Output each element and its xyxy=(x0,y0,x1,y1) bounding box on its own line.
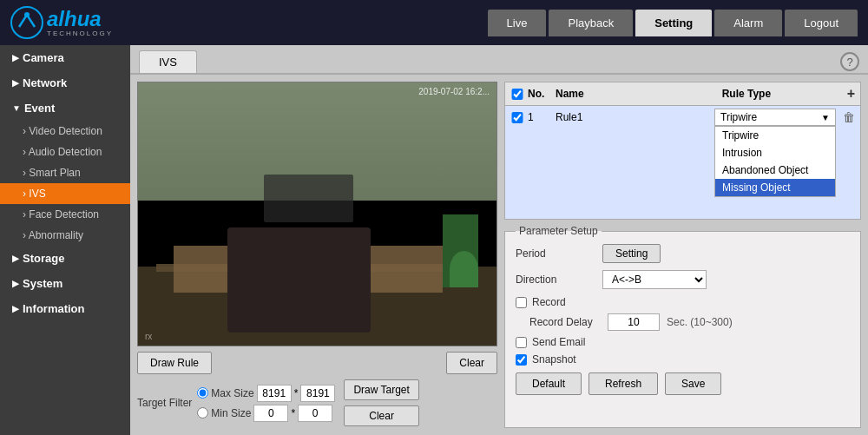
sidebar-item-camera[interactable]: ▶ Camera xyxy=(0,45,130,70)
sidebar-abnormality-label: › Abnormality xyxy=(23,229,83,241)
col-no-header: No. xyxy=(528,88,552,100)
max-size-radio[interactable] xyxy=(197,387,208,399)
parameter-setup: Parameter Setup Period Setting Direction… xyxy=(504,225,861,428)
col-type-header: Rule Type xyxy=(722,88,844,100)
send-email-label: Send Email xyxy=(532,336,585,348)
rule-row-checkbox[interactable] xyxy=(510,112,524,123)
refresh-button[interactable]: Refresh xyxy=(589,372,658,395)
direction-select[interactable]: A->B A<->B B->A xyxy=(602,270,707,289)
main-container: ▶ Camera ▶ Network ▼ Event › Video Detec… xyxy=(0,45,868,435)
direction-row: Direction A->B A<->B B->A xyxy=(516,270,850,289)
svg-point-0 xyxy=(11,7,43,38)
target-filter-row: Target Filter Max Size * Min Size xyxy=(137,378,497,428)
sidebar-item-ivs[interactable]: › IVS xyxy=(0,183,130,204)
parameter-setup-legend: Parameter Setup xyxy=(516,225,602,237)
logo-icon xyxy=(10,6,43,39)
tab-setting[interactable]: Setting xyxy=(635,10,712,36)
tab-playback[interactable]: Playback xyxy=(549,10,633,36)
sidebar-item-video-detection[interactable]: › Video Detection xyxy=(0,121,130,142)
record-delay-label: Record Delay xyxy=(529,316,601,328)
draw-target-button[interactable]: Draw Target xyxy=(344,379,418,400)
arrow-icon-storage: ▶ xyxy=(12,254,19,263)
right-panel: No. Name Rule Type + 1 Rule1 Tripwire xyxy=(504,82,861,428)
max-size-label: Max Size xyxy=(211,387,253,399)
help-icon[interactable]: ? xyxy=(840,52,859,71)
tab-alarm[interactable]: Alarm xyxy=(714,10,782,36)
min-size-row: Min Size * xyxy=(197,405,335,422)
add-rule-icon[interactable]: + xyxy=(847,86,855,102)
tab-ivs[interactable]: IVS xyxy=(139,50,197,73)
dropdown-arrow: ▼ xyxy=(821,113,830,122)
sidebar-system-label: System xyxy=(23,277,62,290)
snapshot-row: Snapshot xyxy=(516,353,850,366)
max-size-h-input[interactable] xyxy=(300,385,335,402)
content-tab-bar: IVS xyxy=(130,45,868,73)
dropdown-selected[interactable]: Tripwire ▼ xyxy=(714,109,836,126)
sidebar-item-face-detection[interactable]: › Face Detection xyxy=(0,204,130,225)
dropdown-menu: Tripwire Intrusion Abandoned Object Miss… xyxy=(714,126,836,197)
rules-table-header: No. Name Rule Type + xyxy=(505,82,860,106)
direction-label: Direction xyxy=(516,274,594,286)
content-area: IVS ? 2019-07-0 xyxy=(130,45,868,435)
min-size-w-input[interactable] xyxy=(253,405,288,422)
draw-rule-button[interactable]: Draw Rule xyxy=(137,352,212,374)
min-size-radio[interactable] xyxy=(197,407,208,419)
record-checkbox[interactable] xyxy=(516,297,527,308)
sidebar-item-audio-detection[interactable]: › Audio Detection xyxy=(0,142,130,162)
sidebar-item-abnormality[interactable]: › Abnormality xyxy=(0,225,130,246)
send-email-checkbox[interactable] xyxy=(516,337,527,348)
tab-logout[interactable]: Logout xyxy=(785,10,858,36)
multiply-icon-1: * xyxy=(294,387,299,399)
sidebar-item-storage[interactable]: ▶ Storage xyxy=(0,246,130,271)
record-delay-input[interactable] xyxy=(608,313,660,331)
snapshot-checkbox[interactable] xyxy=(516,354,527,366)
arrow-icon-event: ▼ xyxy=(12,103,21,113)
svg-point-1 xyxy=(24,12,30,17)
rule-type-dropdown[interactable]: Tripwire ▼ Tripwire Intrusion Abandoned … xyxy=(714,109,836,126)
video-btn-row1: Draw Rule Clear xyxy=(137,346,497,378)
dropdown-item-missing[interactable]: Missing Object xyxy=(715,179,835,196)
record-delay-unit: Sec. (10~300) xyxy=(667,316,733,328)
clear-button-2[interactable]: Clear xyxy=(344,405,418,426)
rules-header-checkbox[interactable] xyxy=(510,89,524,100)
rule-no: 1 xyxy=(528,109,552,123)
sidebar-network-label: Network xyxy=(23,76,67,89)
arrow-icon-system: ▶ xyxy=(12,279,19,288)
video-frame: 2019-07-02 16:2... rx xyxy=(137,82,497,346)
sidebar-ivs-label: › IVS xyxy=(23,188,46,200)
rules-table: No. Name Rule Type + 1 Rule1 Tripwire xyxy=(504,82,861,220)
video-timestamp: 2019-07-02 16:2... xyxy=(418,87,490,96)
dropdown-item-intrusion[interactable]: Intrusion xyxy=(715,144,835,161)
min-size-h-input[interactable] xyxy=(298,405,332,422)
sidebar-item-smart-plan[interactable]: › Smart Plan xyxy=(0,162,130,183)
logo-sub: TECHNOLOGY xyxy=(47,30,113,37)
logo-text: alhua xyxy=(47,9,113,30)
sidebar-information-label: Information xyxy=(23,302,85,315)
sidebar-item-system[interactable]: ▶ System xyxy=(0,271,130,296)
record-delay-row: Record Delay Sec. (10~300) xyxy=(516,313,850,331)
period-setting-button[interactable]: Setting xyxy=(602,244,661,263)
max-size-w-input[interactable] xyxy=(257,385,292,402)
snapshot-label: Snapshot xyxy=(532,353,576,366)
clear-button-1[interactable]: Clear xyxy=(446,352,497,374)
logo: alhua TECHNOLOGY xyxy=(10,6,113,39)
sidebar-item-information[interactable]: ▶ Information xyxy=(0,296,130,321)
sidebar-event-label: Event xyxy=(24,102,55,115)
sidebar-video-detection-label: › Video Detection xyxy=(23,125,102,137)
record-label: Record xyxy=(532,296,566,308)
sidebar-item-network[interactable]: ▶ Network xyxy=(0,70,130,96)
target-filter-label: Target Filter xyxy=(137,397,192,409)
dropdown-item-tripwire[interactable]: Tripwire xyxy=(715,127,835,144)
dropdown-value: Tripwire xyxy=(720,111,757,123)
dropdown-item-abandoned[interactable]: Abandoned Object xyxy=(715,161,835,179)
sidebar-item-event[interactable]: ▼ Event xyxy=(0,96,130,121)
period-label: Period xyxy=(516,247,594,260)
sidebar-storage-label: Storage xyxy=(23,252,64,265)
default-button[interactable]: Default xyxy=(516,372,582,395)
min-size-label: Min Size xyxy=(211,407,251,419)
video-watermark: rx xyxy=(145,332,152,341)
ivs-body: 2019-07-02 16:2... rx Draw Rule Clear Ta… xyxy=(130,75,868,435)
tab-live[interactable]: Live xyxy=(488,10,547,36)
delete-rule-icon[interactable]: 🗑 xyxy=(843,109,855,124)
save-button[interactable]: Save xyxy=(665,372,721,395)
